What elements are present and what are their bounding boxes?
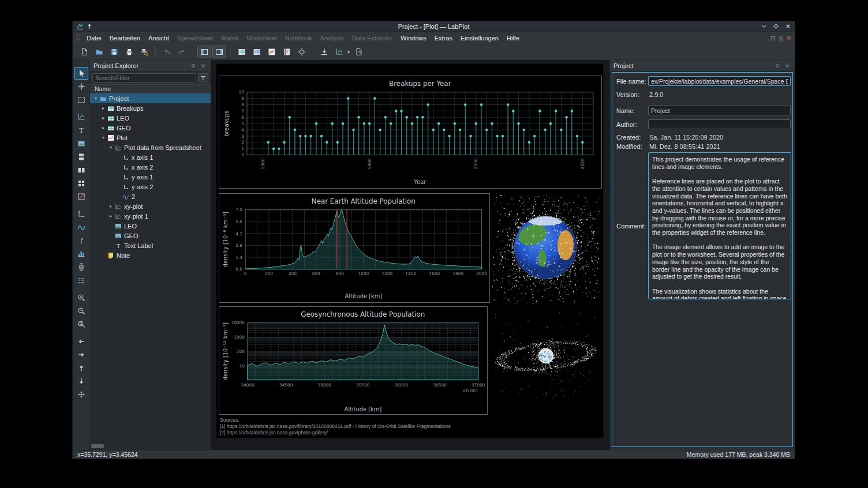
menu-windows[interactable]: Windows bbox=[396, 33, 431, 43]
add-boxplot-button[interactable] bbox=[74, 261, 88, 273]
titlebar[interactable]: Project - [Plot] — LabPlot bbox=[73, 21, 795, 32]
horizontal-layout-button[interactable] bbox=[74, 164, 88, 177]
print-button[interactable] bbox=[122, 46, 136, 58]
sources-text-label[interactable]: Sources: [1] https://orbitaldebris.jsc.n… bbox=[220, 417, 451, 437]
select-tool-button[interactable] bbox=[74, 67, 88, 80]
file-name-input[interactable] bbox=[648, 76, 791, 86]
near-earth-altitude-chart[interactable]: Near Earth Altitude Population0.01.42.84… bbox=[219, 193, 490, 303]
print-preview-button[interactable] bbox=[137, 46, 151, 58]
tree-item-text-label-15[interactable]: TText Label bbox=[90, 241, 211, 250]
expand-arrow-icon[interactable]: ▸ bbox=[100, 125, 107, 130]
zoom-fit-button[interactable] bbox=[74, 318, 88, 331]
add-axis-button[interactable] bbox=[74, 208, 88, 220]
geosynchronous-altitude-chart[interactable]: Geosynchronous Altitude Population101001… bbox=[219, 306, 488, 415]
grid-layout-button[interactable] bbox=[74, 177, 88, 190]
open-project-button[interactable] bbox=[92, 46, 106, 58]
breakups-per-year-chart[interactable]: Breakups per Year01234567891019601980200… bbox=[219, 76, 602, 189]
new-plot-dropdown[interactable] bbox=[332, 46, 346, 58]
author-input[interactable] bbox=[648, 119, 791, 129]
pin-icon[interactable] bbox=[85, 22, 93, 31]
crosshair-tool-button[interactable] bbox=[74, 80, 88, 93]
tree-item-plot[interactable]: ▾Plot bbox=[90, 133, 211, 142]
tree-item-y-axis-1-8[interactable]: y axis 1 bbox=[90, 172, 211, 182]
zoom-in-button[interactable] bbox=[74, 291, 88, 304]
tree-item-y-axis-2-9[interactable]: y axis 2 bbox=[90, 182, 211, 192]
add-xy-curve-button[interactable] bbox=[74, 221, 88, 234]
expand-arrow-icon[interactable]: ▸ bbox=[100, 106, 107, 111]
worksheet-page[interactable]: Breakups per Year01234567891019601980200… bbox=[216, 63, 604, 438]
menubar-extra-icon-1[interactable]: ⊡ bbox=[770, 35, 776, 42]
menu-hilfe[interactable]: Hilfe bbox=[503, 33, 523, 43]
import-data-button[interactable] bbox=[317, 46, 331, 58]
zoom-select-tool-button[interactable] bbox=[74, 93, 88, 106]
tree-item-plot-data-from-spreadsheet-5[interactable]: ▾Plot data from Spreadsheet bbox=[90, 142, 211, 152]
new-notebook-button[interactable] bbox=[280, 46, 294, 58]
menu-bearbeiten[interactable]: Bearbeiten bbox=[106, 33, 144, 43]
expand-arrow-icon[interactable]: ▾ bbox=[107, 145, 114, 150]
scrollbar-handle[interactable] bbox=[91, 444, 104, 448]
vertical-layout-button[interactable] bbox=[74, 151, 88, 163]
float-properties-button[interactable] bbox=[773, 62, 781, 70]
tree-item-x-axis-2-7[interactable]: x axis 2 bbox=[90, 162, 211, 172]
add-equation-curve-button[interactable]: ƒ bbox=[74, 234, 88, 247]
menu-einstellungen[interactable]: Einstellungen bbox=[457, 33, 503, 43]
new-spreadsheet-button[interactable] bbox=[235, 46, 249, 58]
toggle-project-explorer-button[interactable] bbox=[197, 46, 211, 58]
redo-button[interactable] bbox=[175, 46, 189, 58]
tree-item-leo[interactable]: ▸LEO bbox=[90, 113, 211, 123]
tree-item-leo-13[interactable]: LEO bbox=[90, 221, 211, 231]
tree-item-2-10[interactable]: 2 bbox=[90, 192, 211, 201]
tree-item-geo[interactable]: ▸GEO bbox=[90, 123, 211, 133]
geo-debris-ring-image[interactable] bbox=[495, 312, 597, 399]
float-panel-button[interactable] bbox=[189, 62, 197, 70]
undo-button[interactable] bbox=[160, 46, 174, 58]
minimize-button[interactable] bbox=[760, 22, 768, 30]
tree-item-x-axis-1-6[interactable]: x axis 1 bbox=[90, 152, 211, 162]
menu-extras[interactable]: Extras bbox=[431, 33, 457, 43]
new-matrix-button[interactable] bbox=[250, 46, 264, 58]
expand-arrow-icon[interactable]: ▸ bbox=[107, 204, 114, 209]
tree-column-header[interactable]: Name bbox=[90, 84, 211, 93]
shift-left-x-button[interactable] bbox=[74, 335, 88, 348]
zoom-out-button[interactable] bbox=[74, 305, 88, 317]
tree-item-project[interactable]: ▾Project bbox=[90, 93, 211, 103]
add-histogram-button[interactable] bbox=[74, 247, 88, 260]
comment-textarea[interactable]: This project demonstrates the usage of r… bbox=[648, 152, 791, 299]
menu-ansicht[interactable]: Ansicht bbox=[144, 33, 173, 43]
shift-right-x-button[interactable] bbox=[74, 348, 88, 361]
new-plot-dropdown-arrow-icon[interactable]: ▾ bbox=[346, 50, 351, 55]
search-input[interactable] bbox=[92, 73, 196, 82]
new-worksheet-button[interactable] bbox=[265, 46, 279, 58]
expand-arrow-icon[interactable]: ▾ bbox=[100, 135, 107, 140]
new-project-button[interactable] bbox=[77, 46, 91, 58]
expand-arrow-icon[interactable]: ▾ bbox=[92, 96, 99, 101]
add-plot-button[interactable] bbox=[74, 111, 88, 123]
tree-item-xy-plot-1-12[interactable]: ▸xy-plot 1 bbox=[90, 211, 211, 221]
name-input[interactable] bbox=[648, 106, 791, 115]
tree-item-xy-plot-11[interactable]: ▸xy-plot bbox=[90, 201, 211, 211]
close-panel-button[interactable] bbox=[199, 62, 207, 70]
menubar-extra-icon-3[interactable]: ⊗ bbox=[786, 35, 791, 42]
horizontal-scrollbar[interactable] bbox=[90, 444, 211, 449]
close-properties-button[interactable] bbox=[783, 62, 791, 70]
add-legend-button[interactable] bbox=[74, 274, 88, 287]
menubar-extra-icon-2[interactable]: ◎ bbox=[778, 35, 784, 42]
auto-scale-button[interactable] bbox=[74, 388, 88, 401]
add-text-label-button[interactable]: T bbox=[74, 124, 88, 137]
add-image-button[interactable] bbox=[74, 137, 88, 150]
tree-item-note[interactable]: Note bbox=[90, 250, 211, 260]
close-button[interactable] bbox=[784, 22, 792, 30]
shift-down-y-button[interactable] bbox=[74, 375, 88, 388]
tree-item-breakups[interactable]: ▸Breakups bbox=[90, 103, 211, 113]
break-layout-button[interactable] bbox=[74, 190, 88, 203]
expand-arrow-icon[interactable]: ▸ bbox=[107, 213, 114, 219]
expand-arrow-icon[interactable]: ▸ bbox=[100, 115, 107, 121]
toggle-properties-explorer-button[interactable] bbox=[212, 46, 226, 58]
shift-up-y-button[interactable] bbox=[74, 362, 88, 374]
maximize-button[interactable] bbox=[772, 22, 780, 30]
save-project-button[interactable] bbox=[107, 46, 121, 58]
new-datapicker-button[interactable] bbox=[295, 46, 309, 58]
tree-item-geo-14[interactable]: GEO bbox=[90, 231, 211, 241]
export-button[interactable] bbox=[352, 46, 366, 58]
menu-datei[interactable]: Datei bbox=[83, 33, 106, 43]
